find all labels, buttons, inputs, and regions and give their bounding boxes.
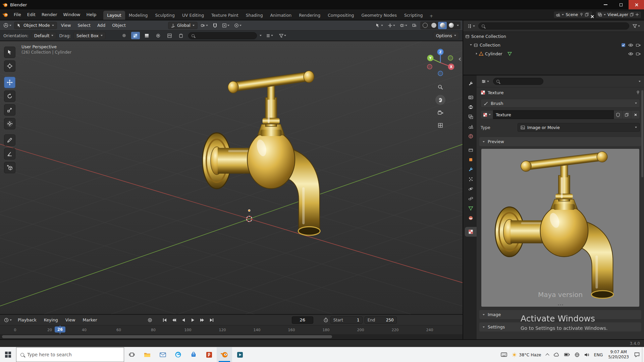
edge-browser-button[interactable] [170, 347, 186, 362]
auto-keying-toggle[interactable] [146, 316, 154, 324]
powerpoint-button[interactable] [201, 347, 217, 362]
snap-target-selector[interactable] [220, 22, 231, 28]
overlays-toggle[interactable] [398, 22, 409, 28]
tab-collection[interactable] [465, 145, 477, 155]
hidden-icons-button[interactable] [544, 347, 551, 362]
menu-window[interactable]: Window [60, 9, 83, 20]
tool-search[interactable] [188, 32, 257, 39]
touch-keyboard-button[interactable] [498, 347, 509, 362]
timeline-editor-type-button[interactable] [3, 317, 13, 323]
new-viewlayer-icon[interactable] [635, 13, 639, 16]
disclosure-triangle-icon[interactable] [470, 44, 472, 46]
camera-view-button[interactable] [435, 108, 445, 118]
navigation-gizmo[interactable]: Z X Y [423, 46, 458, 79]
mode-selector[interactable]: Object Mode [14, 22, 57, 29]
taskbar-clock[interactable]: 9:07 AM 5/20/2023 [605, 347, 632, 362]
outliner-row-cylinder[interactable]: Cylinder [463, 49, 644, 58]
checkbox-icon[interactable] [621, 43, 626, 47]
minimize-button[interactable] [598, 0, 613, 9]
workspace-tab-uv-editing[interactable]: UV Editing [178, 11, 208, 20]
viewlayer-selector[interactable]: ViewLayer [595, 11, 641, 18]
texture-preview[interactable]: Maya version [481, 149, 639, 307]
jump-to-end-button[interactable] [207, 316, 216, 324]
add-workspace-button[interactable]: + [427, 12, 436, 20]
texture-toggle[interactable] [165, 32, 174, 39]
orientation-dropdown[interactable]: Default [31, 32, 57, 39]
menu-render[interactable]: Render [39, 9, 60, 20]
pin-icon[interactable] [636, 90, 640, 95]
weather-widget[interactable]: 38°C Haze [509, 347, 543, 362]
menu-object[interactable]: Object [109, 23, 128, 28]
playhead-frame-badge[interactable]: 26 [55, 326, 65, 333]
editor-type-button[interactable] [2, 22, 13, 28]
workspace-tab-sculpting[interactable]: Sculpting [152, 11, 178, 20]
properties-editor-type-button[interactable] [480, 78, 490, 84]
eye-icon[interactable] [628, 52, 633, 56]
annotate-tool[interactable] [4, 134, 15, 146]
tab-physics[interactable] [465, 184, 477, 194]
volume-tray-button[interactable] [582, 347, 592, 362]
add-cube-tool[interactable] [4, 162, 15, 173]
tab-view-layer[interactable] [465, 112, 477, 122]
rotate-tool[interactable] [4, 90, 15, 102]
mail-app-button[interactable] [155, 347, 170, 362]
network-tray-button[interactable] [572, 347, 582, 362]
frame-start-field[interactable]: Start1 [330, 316, 363, 324]
start-button[interactable] [0, 347, 16, 362]
brush-tip-toggle[interactable] [154, 32, 163, 39]
store-app-button[interactable] [186, 347, 201, 362]
shading-wireframe-button[interactable] [421, 22, 429, 29]
menu-help[interactable]: Help [84, 9, 100, 20]
workspace-tab-scripting[interactable]: Scripting [400, 11, 427, 20]
properties-search[interactable] [493, 78, 543, 85]
timeline-ruler[interactable]: 0 20 40 60 80 100 120 140 160 180 200 22… [0, 325, 463, 334]
shading-rendered-button[interactable] [447, 22, 455, 29]
pin-icon[interactable] [580, 13, 583, 16]
gizmos-toggle[interactable] [386, 22, 397, 28]
current-frame-field[interactable]: 26 [292, 316, 313, 324]
media-app-button[interactable] [232, 347, 248, 362]
checker-square-toggle[interactable] [131, 32, 140, 39]
workspace-tab-texture-paint[interactable]: Texture Paint [208, 11, 242, 20]
workspace-tab-layout[interactable]: Layout [103, 11, 125, 20]
menu-select[interactable]: Select [75, 23, 93, 28]
transform-tool[interactable] [4, 118, 15, 129]
snap-toggle[interactable] [211, 22, 219, 28]
proportional-editing-toggle[interactable] [232, 22, 243, 28]
sphere-toggle[interactable] [120, 32, 128, 39]
tab-object[interactable] [465, 155, 477, 165]
faucet-model[interactable] [203, 70, 320, 235]
file-explorer-button[interactable] [140, 347, 155, 362]
chevron-down-icon[interactable] [639, 81, 641, 82]
menu-edit[interactable]: Edit [24, 9, 39, 20]
viewport-3d[interactable]: User Perspective (26) Collection | Cylin… [0, 41, 463, 314]
pan-button[interactable] [435, 95, 445, 105]
camera-icon[interactable] [636, 43, 641, 47]
workspace-tab-geometry-nodes[interactable]: Geometry Nodes [358, 11, 400, 20]
taskbar-search[interactable] [16, 347, 124, 362]
gradient-square-toggle[interactable] [143, 32, 151, 39]
resize-grip-icon[interactable] [558, 304, 563, 305]
menu-view[interactable]: View [58, 23, 74, 28]
timeline-scrollbar[interactable] [0, 334, 463, 339]
menu-marker[interactable]: Marker [80, 317, 100, 322]
workspace-tab-animation[interactable]: Animation [267, 11, 296, 20]
tab-render[interactable] [465, 93, 477, 102]
select-box-tool[interactable] [4, 47, 15, 58]
fake-user-button[interactable] [614, 110, 623, 119]
properties-scrollbar[interactable] [641, 90, 643, 177]
tool-search-input[interactable] [197, 33, 254, 38]
brush-datablock-selector[interactable]: Brush [481, 99, 640, 108]
copy-icon[interactable] [585, 13, 589, 16]
app-menu-icon[interactable] [0, 12, 11, 17]
show-desktop-button[interactable] [642, 347, 644, 362]
outliner-search-input[interactable] [487, 24, 626, 28]
workspace-tab-rendering[interactable]: Rendering [295, 11, 324, 20]
orthographic-toggle-button[interactable] [435, 120, 445, 130]
outliner-row-collection[interactable]: Collection [463, 41, 644, 49]
new-copy-button[interactable] [623, 110, 631, 119]
filter-list-button[interactable] [264, 33, 275, 39]
scene-selector[interactable]: Scene [553, 11, 593, 18]
measure-tool[interactable] [4, 148, 15, 160]
object-visibility-selector[interactable] [374, 22, 385, 28]
